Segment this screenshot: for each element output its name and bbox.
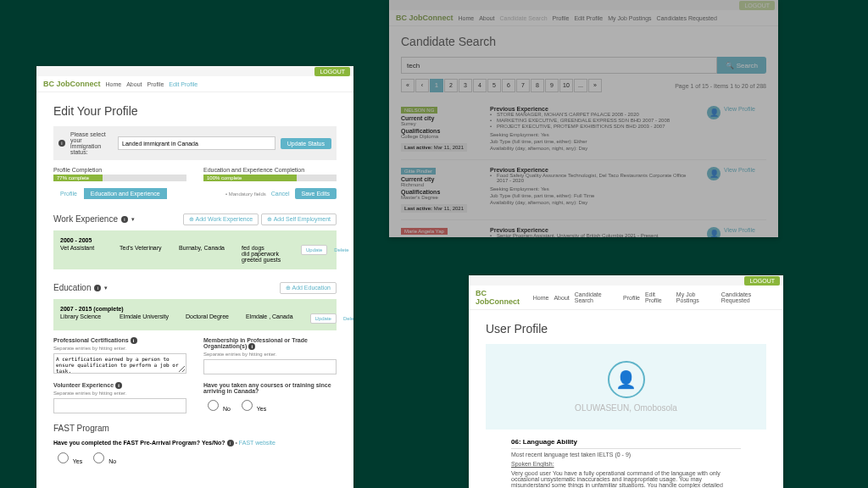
volunteer-input[interactable] — [53, 398, 186, 413]
cancel-link[interactable]: Cancel — [271, 191, 290, 197]
last-active: Last active: Mar 11, 2021 — [401, 204, 467, 213]
exp-bullet: Food Safety Quality Assurance Technologi… — [490, 173, 698, 183]
fast-no[interactable]: No — [89, 450, 116, 464]
pagination: « ‹ 1 2 3 4 5 6 7 8 9 10 ... » — [401, 79, 602, 92]
edu-school: Elmdale University — [120, 313, 169, 319]
logout-button[interactable]: LOGOUT — [739, 1, 775, 10]
user-icon: 👤 — [707, 227, 721, 237]
status-bar: i Please select your immigration status:… — [53, 126, 337, 160]
edu-dates: 2007 - 2015 (complete) — [60, 306, 330, 312]
add-work-button[interactable]: ⊕ Add Work Experience — [183, 214, 259, 225]
availability: Availability (day, afternoon, night, any… — [490, 200, 698, 205]
spoken-text: Very good user You have a fully operatio… — [511, 470, 741, 488]
page-10[interactable]: 10 — [559, 79, 573, 92]
page-4[interactable]: 4 — [473, 79, 487, 92]
nav-profile[interactable]: Profile — [553, 15, 570, 21]
nav-edit-profile[interactable]: Edit Profile — [574, 15, 603, 21]
view-profile-link[interactable]: View Profile — [724, 106, 755, 112]
language-section-heading: 06: Language Ability — [511, 438, 741, 449]
membership-label: Membership in Professional or Trade Orga… — [203, 337, 337, 350]
update-edu-button[interactable]: Update — [310, 313, 337, 324]
page-5[interactable]: 5 — [487, 79, 501, 92]
nav-home[interactable]: Home — [533, 295, 549, 301]
page-1[interactable]: 1 — [430, 79, 443, 92]
page-8[interactable]: 8 — [531, 79, 544, 92]
update-work-button[interactable]: Update — [301, 245, 327, 255]
courses-yes[interactable]: Yes — [237, 397, 266, 412]
nav-candidates-requested[interactable]: Candidates Requested — [721, 291, 776, 303]
city-label: Current city — [401, 236, 481, 237]
job-type: Job Type (full time, part time, either):… — [490, 193, 698, 198]
prev-exp-heading: Previous Experience — [490, 106, 698, 112]
topbar: LOGOUT — [469, 275, 783, 286]
page-more[interactable]: ... — [574, 79, 587, 92]
result-row: NELSON NG Current city Surrey Qualificat… — [401, 99, 766, 160]
fast-website-link[interactable]: FAST website — [239, 440, 275, 446]
page-info: Page 1 of 15 - Items 1 to 20 of 288 — [675, 83, 766, 89]
work-city: Burnaby, Canada — [179, 245, 225, 251]
membership-input[interactable] — [203, 359, 337, 374]
page-6[interactable]: 6 — [502, 79, 515, 92]
user-icon: 👤 — [707, 106, 721, 119]
tab-education[interactable]: Education and Experience — [84, 188, 167, 199]
nav: BC JobConnect Home About Candidate Searc… — [469, 286, 783, 310]
logout-button[interactable]: LOGOUT — [744, 276, 780, 286]
fast-question: Have you completed the FAST Pre-Arrival … — [53, 440, 225, 446]
info-icon: i — [227, 440, 234, 446]
nav-candidate-search[interactable]: Candidate Search — [499, 15, 547, 21]
nav-home[interactable]: Home — [106, 81, 122, 87]
work-dates: 2000 - 2005 — [60, 237, 330, 243]
page-9[interactable]: 9 — [545, 79, 559, 92]
status-select[interactable] — [118, 136, 275, 150]
nav-about[interactable]: About — [479, 15, 494, 21]
nav-edit-profile[interactable]: Edit Profile — [645, 291, 671, 303]
prev-exp-heading: Previous Experience — [490, 167, 698, 173]
work-card: 2000 - 2005 Vet Assistant Ted's Veterina… — [53, 230, 337, 269]
page-2[interactable]: 2 — [444, 79, 458, 92]
profile-completion-bar: 77% complete — [53, 175, 186, 181]
last-active: Last active: Mar 11, 2021 — [401, 143, 467, 152]
nav-profile[interactable]: Profile — [623, 295, 640, 301]
nav-candidates-requested[interactable]: Candidates Requested — [657, 15, 717, 21]
nav-home[interactable]: Home — [459, 15, 475, 21]
page-next[interactable]: » — [588, 79, 602, 92]
delete-work-button[interactable]: Delete — [329, 247, 353, 253]
logout-button[interactable]: LOGOUT — [314, 67, 350, 76]
profile-name: OLUWASEUN, Omobosola — [503, 403, 749, 413]
nav-edit-profile[interactable]: Edit Profile — [169, 81, 198, 87]
exp-bullet: STORE MANAGER, MOHAN'S CARPET PALACE 200… — [490, 112, 698, 117]
delete-edu-button[interactable]: Delete — [338, 315, 353, 322]
page-title: Edit Your Profile — [53, 104, 337, 118]
search-input[interactable] — [401, 57, 717, 74]
seeking: Seeking Employment: Yes — [490, 132, 698, 137]
mandatory-note: • Mandatory fields — [225, 191, 266, 197]
profile-completion-label: Profile Completion — [53, 167, 186, 173]
nav-candidate-search[interactable]: Candidate Search — [575, 291, 618, 303]
nav-about[interactable]: About — [126, 81, 142, 87]
tab-profile[interactable]: Profile — [53, 188, 84, 199]
city-label: Current city — [401, 115, 481, 121]
view-profile-link[interactable]: View Profile — [724, 167, 755, 173]
search-button[interactable]: 🔍 Search — [717, 57, 766, 74]
city-label: Current city — [401, 176, 481, 182]
page-3[interactable]: 3 — [459, 79, 472, 92]
cert-input[interactable]: A certification earned by a person to en… — [53, 353, 186, 374]
page-7[interactable]: 7 — [516, 79, 530, 92]
add-self-employment-button[interactable]: ⊕ Add Self Employment — [261, 214, 337, 225]
result-row: Marie Angela Yap Current city Previous E… — [401, 220, 766, 237]
nav-about[interactable]: About — [554, 295, 569, 301]
view-profile-link[interactable]: View Profile — [724, 227, 755, 233]
cert-sublabel: Separate entries by hitting enter. — [53, 346, 186, 351]
page-first[interactable]: « — [401, 79, 415, 92]
page-prev[interactable]: ‹ — [415, 79, 429, 92]
add-education-button[interactable]: ⊕ Add Education — [280, 282, 337, 294]
save-edits-button[interactable]: Save Edits — [295, 188, 337, 199]
update-status-button[interactable]: Update Status — [281, 138, 331, 149]
nav-job-postings[interactable]: My Job Postings — [676, 291, 716, 303]
fast-yes[interactable]: Yes — [53, 450, 82, 464]
edu-city: Elmdale , Canada — [246, 313, 293, 319]
nav-profile[interactable]: Profile — [147, 81, 164, 87]
nav-job-postings[interactable]: My Job Postings — [608, 15, 651, 21]
courses-no[interactable]: No — [203, 397, 231, 412]
logo: BC JobConnect — [43, 80, 101, 88]
